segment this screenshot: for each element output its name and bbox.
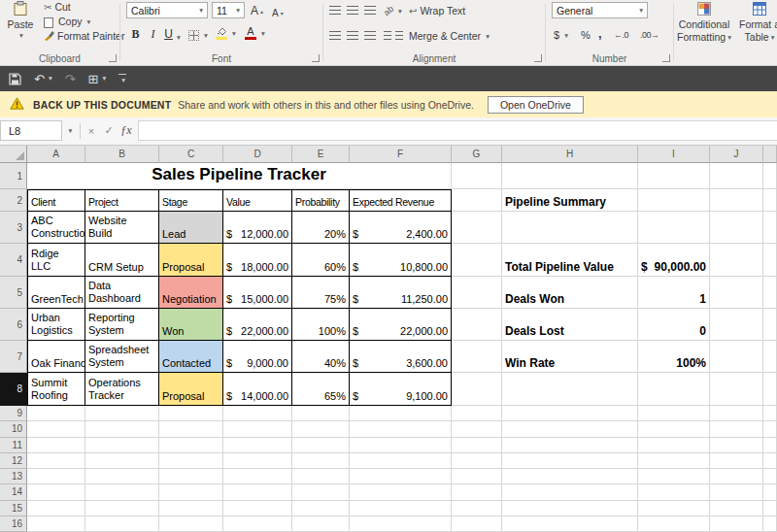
cell-I6[interactable]: 0 <box>638 309 710 341</box>
cell-I14[interactable] <box>638 484 710 500</box>
cell-J12[interactable] <box>710 453 763 469</box>
font-name-select[interactable]: Calibri ▾ <box>126 2 208 18</box>
cell-A7[interactable]: Oak Financial <box>27 341 85 373</box>
cell-I9[interactable] <box>638 406 710 421</box>
cell-H5[interactable]: Deals Won <box>502 277 638 309</box>
cell-J6[interactable] <box>710 309 763 341</box>
cancel-button[interactable]: × <box>84 120 99 141</box>
cell-F11[interactable] <box>350 438 452 453</box>
open-onedrive-button[interactable]: Open OneDrive <box>488 96 584 114</box>
cell-A6[interactable]: Urban Logistics <box>27 309 85 341</box>
cell-H1[interactable] <box>502 163 638 189</box>
cell-F6[interactable]: $22,000.00 <box>350 309 452 341</box>
cell-H4[interactable]: Total Pipeline Value <box>502 244 638 277</box>
cell-B15[interactable] <box>85 501 159 516</box>
cell-J13[interactable] <box>710 469 763 484</box>
cell-A16[interactable] <box>27 516 85 532</box>
cell-J9[interactable] <box>710 406 763 421</box>
cell-D10[interactable] <box>223 421 292 437</box>
cell-G8[interactable] <box>452 373 502 406</box>
row-header-7[interactable]: 7 <box>0 341 27 373</box>
cell-F8[interactable]: $9,100.00 <box>350 373 452 406</box>
cell-E12[interactable] <box>292 453 350 469</box>
cell-partial12[interactable] <box>763 453 777 469</box>
row-header-13[interactable]: 13 <box>0 469 27 484</box>
cell-H9[interactable] <box>502 406 638 421</box>
cell-D6[interactable]: $22,000.00 <box>223 309 292 341</box>
cell-C9[interactable] <box>159 406 223 421</box>
cell-H10[interactable] <box>502 421 638 437</box>
cell-I3[interactable] <box>638 212 710 244</box>
col-header-H[interactable]: H <box>502 146 638 163</box>
cell-C15[interactable] <box>159 501 223 516</box>
cell-D15[interactable] <box>223 501 292 516</box>
row-header-12[interactable]: 12 <box>0 453 27 469</box>
col-header-E[interactable]: E <box>292 146 350 163</box>
number-dialog-launcher[interactable] <box>662 54 670 62</box>
bold-button[interactable]: B <box>128 27 143 42</box>
cell-F3[interactable]: $2,400.00 <box>350 212 452 244</box>
cell-partial10[interactable] <box>763 421 777 437</box>
cell-E9[interactable] <box>292 406 350 421</box>
col-header-A[interactable]: A <box>27 146 85 163</box>
cell-J7[interactable] <box>710 341 763 373</box>
cell-H3[interactable] <box>502 212 638 244</box>
cell-H13[interactable] <box>502 469 638 484</box>
col-header-partial[interactable] <box>763 146 777 163</box>
align-top-button[interactable] <box>329 4 341 17</box>
percent-style-button[interactable]: % <box>581 28 591 42</box>
col-header-D[interactable]: D <box>223 146 292 163</box>
cell-D4[interactable]: $18,000.00 <box>223 244 292 277</box>
cell-D11[interactable] <box>223 438 292 453</box>
decrease-indent-button[interactable] <box>384 29 391 43</box>
cell-F10[interactable] <box>350 421 452 437</box>
cell-A8[interactable]: Summit Roofing <box>27 373 85 406</box>
paste-button[interactable]: Paste ▾ <box>2 0 39 40</box>
cell-G15[interactable] <box>452 501 502 516</box>
borders-button[interactable]: ▾ <box>188 28 208 42</box>
cell-E15[interactable] <box>292 501 350 516</box>
cell-partial6[interactable] <box>763 309 777 341</box>
cell-I4[interactable]: $90,000.00 <box>638 244 710 277</box>
align-bottom-button[interactable] <box>364 4 376 17</box>
align-middle-button[interactable] <box>347 4 358 17</box>
cell-G13[interactable] <box>452 469 502 484</box>
cell-E8[interactable]: 65% <box>292 373 350 406</box>
cell-A13[interactable] <box>27 469 85 484</box>
cell-E16[interactable] <box>292 516 350 532</box>
cell-C12[interactable] <box>159 453 223 469</box>
cell-C2[interactable]: Stage <box>159 189 223 212</box>
comma-style-button[interactable]: , <box>598 26 602 40</box>
cell-I15[interactable] <box>638 501 710 516</box>
select-all-button[interactable] <box>0 146 27 163</box>
cell-B16[interactable] <box>85 516 159 532</box>
cell-J11[interactable] <box>710 438 763 453</box>
cell-I8[interactable] <box>638 373 710 406</box>
cell-F5[interactable]: $11,250.00 <box>350 277 452 309</box>
name-box-dropdown[interactable]: ▾ <box>62 120 77 141</box>
cell-E2[interactable]: Probability <box>292 189 350 212</box>
col-header-I[interactable]: I <box>638 146 710 163</box>
cell-partial8[interactable] <box>763 373 777 406</box>
col-header-F[interactable]: F <box>350 146 452 163</box>
number-format-select[interactable]: General ▾ <box>552 2 648 18</box>
cell-A12[interactable] <box>27 453 85 469</box>
cell-J1[interactable] <box>710 163 763 189</box>
row-header-4[interactable]: 4 <box>0 244 27 277</box>
wrap-text-button[interactable]: ↩ Wrap Text <box>409 4 465 17</box>
cell-C3[interactable]: Lead <box>159 212 223 244</box>
cell-E3[interactable]: 20% <box>292 212 350 244</box>
cell-J8[interactable] <box>710 373 763 406</box>
cell-J4[interactable] <box>710 244 763 277</box>
cell-B3[interactable]: Website Build <box>85 212 159 244</box>
cell-F13[interactable] <box>350 469 452 484</box>
underline-dropdown[interactable]: ▾ <box>175 30 181 44</box>
cell-E11[interactable] <box>292 438 350 453</box>
cell-partial13[interactable] <box>763 469 777 484</box>
cell-B6[interactable]: Reporting System <box>85 309 159 341</box>
cell-F16[interactable] <box>350 516 452 532</box>
cell-A5[interactable]: GreenTech <box>27 277 85 309</box>
cell-H8[interactable] <box>502 373 638 406</box>
cell-partial1[interactable] <box>763 163 777 189</box>
cell-partial15[interactable] <box>763 501 777 516</box>
